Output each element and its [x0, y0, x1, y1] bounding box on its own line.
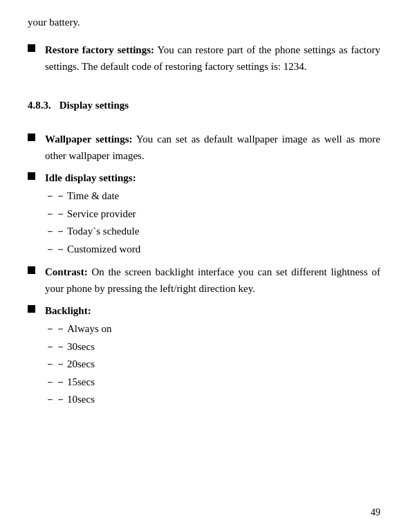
bullet-square-icon	[28, 44, 35, 52]
backlight-sub-item-1: －－Always on	[45, 320, 380, 338]
backlight-bullet: Backlight: －－Always on －－30secs －－20secs…	[28, 302, 380, 409]
idle-sub-item-4: －－Customized word	[45, 241, 380, 259]
idle-display-text: Idle display settings: －－Time & date －－S…	[45, 169, 380, 258]
backlight-sub-item-2: －－30secs	[45, 338, 380, 356]
backlight-sub-item-4: －－15secs	[45, 374, 380, 392]
top-battery-text: your battery.	[28, 14, 380, 30]
wallpaper-bullet: Wallpaper settings: You can set as defau…	[28, 131, 380, 164]
backlight-sub-list: －－Always on －－30secs －－20secs －－15secs －…	[45, 320, 380, 409]
contrast-text: Contrast: On the screen backlight interf…	[45, 264, 380, 297]
section-number: 4.8.3.	[28, 100, 51, 111]
page-number: 49	[371, 507, 380, 518]
bullet-square-icon	[28, 266, 35, 274]
bullet-square-icon	[28, 134, 35, 141]
contrast-bullet: Contrast: On the screen backlight interf…	[28, 264, 380, 297]
idle-sub-item-1: －－Time & date	[45, 187, 380, 205]
bullet-square-icon	[28, 172, 35, 180]
wallpaper-text: Wallpaper settings: You can set as defau…	[45, 131, 380, 164]
idle-sub-item-3: －－Today`s schedule	[45, 223, 380, 241]
backlight-text: Backlight: －－Always on －－30secs －－20secs…	[45, 302, 380, 409]
top-bullet-list: Restore factory settings: You can restor…	[28, 42, 380, 75]
restore-factory-bullet: Restore factory settings: You can restor…	[28, 42, 380, 75]
page-container: your battery. Restore factory settings: …	[0, 0, 408, 532]
backlight-sub-item-5: －－10secs	[45, 391, 380, 409]
idle-display-bullet: Idle display settings: －－Time & date －－S…	[28, 169, 380, 258]
section-title: Display settings	[59, 100, 129, 111]
backlight-sub-item-3: －－20secs	[45, 356, 380, 374]
display-settings-list: Wallpaper settings: You can set as defau…	[28, 131, 380, 409]
idle-sub-list: －－Time & date －－Service provider －－Today…	[45, 187, 380, 258]
restore-factory-text: Restore factory settings: You can restor…	[45, 42, 380, 75]
idle-sub-item-2: －－Service provider	[45, 205, 380, 223]
section-heading: 4.8.3. Display settings	[28, 100, 380, 111]
bullet-square-icon	[28, 305, 35, 313]
